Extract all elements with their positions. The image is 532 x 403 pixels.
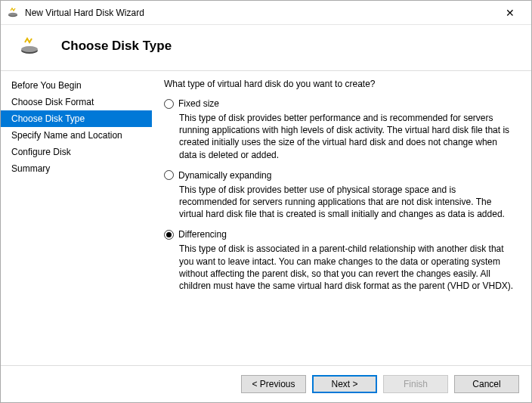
wizard-header: Choose Disk Type: [1, 25, 531, 71]
wizard-body: Before You BeginChoose Disk FormatChoose…: [1, 71, 531, 365]
finish-button[interactable]: Finish: [383, 375, 448, 393]
radio-icon: [164, 99, 174, 109]
sidebar-item[interactable]: Summary: [1, 160, 152, 177]
radio-option[interactable]: Dynamically expanding: [164, 170, 515, 181]
disk-type-option: Dynamically expandingThis type of disk p…: [164, 170, 515, 221]
disk-type-option: Fixed sizeThis type of disk provides bet…: [164, 98, 515, 161]
sidebar-item[interactable]: Before You Begin: [1, 77, 152, 94]
svg-point-3: [21, 46, 38, 52]
window-title: New Virtual Hard Disk Wizard: [25, 8, 495, 18]
page-title: Choose Disk Type: [61, 39, 172, 54]
sidebar: Before You BeginChoose Disk FormatChoose…: [1, 71, 152, 365]
close-button[interactable]: ✕: [495, 1, 525, 24]
option-description: This type of disk provides better use of…: [179, 184, 515, 221]
radio-icon: [164, 170, 174, 180]
option-description: This type of disk provides better perfor…: [179, 112, 515, 161]
content-pane: What type of virtual hard disk do you wa…: [152, 71, 531, 365]
radio-icon: [164, 230, 174, 240]
previous-button[interactable]: < Previous: [241, 375, 306, 393]
radio-label: Fixed size: [178, 98, 219, 109]
radio-label: Dynamically expanding: [178, 170, 271, 181]
disk-type-option: DifferencingThis type of disk is associa…: [164, 229, 515, 292]
footer: < Previous Next > Finish Cancel: [1, 365, 531, 402]
wizard-header-icon: [19, 36, 40, 57]
prompt-text: What type of virtual hard disk do you wa…: [164, 79, 515, 89]
app-icon: [7, 7, 19, 19]
wizard-window: New Virtual Hard Disk Wizard ✕ Choose Di…: [0, 0, 532, 403]
radio-label: Differencing: [178, 229, 227, 240]
radio-option[interactable]: Differencing: [164, 229, 515, 240]
svg-point-1: [8, 12, 17, 15]
radio-option[interactable]: Fixed size: [164, 98, 515, 109]
titlebar: New Virtual Hard Disk Wizard ✕: [1, 1, 531, 25]
sidebar-item[interactable]: Choose Disk Format: [1, 94, 152, 110]
cancel-button[interactable]: Cancel: [454, 375, 519, 393]
next-button[interactable]: Next >: [312, 375, 377, 393]
sidebar-item[interactable]: Choose Disk Type: [1, 110, 152, 127]
option-description: This type of disk is associated in a par…: [179, 243, 515, 292]
sidebar-item[interactable]: Specify Name and Location: [1, 127, 152, 144]
sidebar-item[interactable]: Configure Disk: [1, 144, 152, 160]
